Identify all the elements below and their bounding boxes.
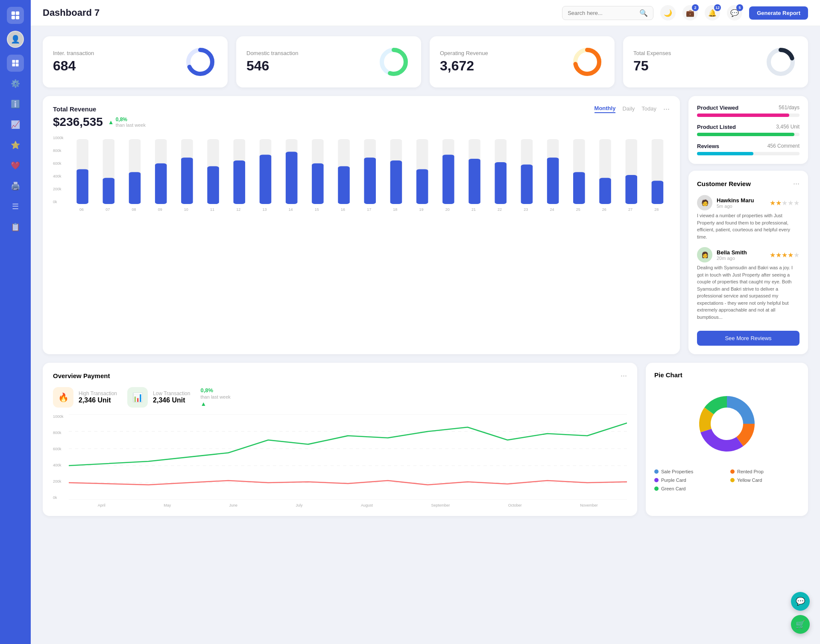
notification-button[interactable]: 🔔 12 <box>705 5 720 20</box>
metric-value-viewed: 561/days <box>779 105 800 111</box>
review-stars-0: ★★★★★ <box>770 199 800 207</box>
stat-value-revenue: 3,672 <box>440 58 488 74</box>
line-chart-svg <box>69 414 627 500</box>
support-float-button[interactable]: 💬 <box>791 592 810 611</box>
sidebar-item-settings[interactable]: ⚙️ <box>7 75 24 92</box>
stat-label-inter: Inter. transaction <box>53 50 94 56</box>
header-controls: 🔍 🌙 💼 2 🔔 12 💬 5 Generate Report <box>562 5 808 20</box>
metric-name-listed: Product Listed <box>697 124 736 130</box>
stat-card-domestic: Domestic transaction 546 <box>236 36 421 87</box>
stat-info-domestic: Domestic transaction 546 <box>246 50 298 74</box>
svg-rect-0 <box>12 12 15 15</box>
review-user-0: 🧑 Hawkins Maru 5m ago ★★★★★ <box>697 195 800 210</box>
sidebar: 👤 ⚙️ ℹ️ 📈 ⭐ ❤️ 🖨️ ☰ 📋 <box>0 0 31 644</box>
svg-rect-35 <box>312 163 324 204</box>
svg-rect-3 <box>16 16 19 19</box>
review-time-0: 5m ago <box>717 204 754 209</box>
payment-more-button[interactable]: ··· <box>621 371 627 380</box>
sidebar-item-analytics[interactable]: 📈 <box>7 116 24 133</box>
line-x-labels: AprilMayJuneJulyAugustSeptemberOctoberNo… <box>69 503 627 507</box>
svg-rect-43 <box>416 169 428 204</box>
stat-label-expenses: Total Expenses <box>633 50 671 56</box>
high-transaction-icon: 🔥 <box>53 387 73 408</box>
header: Dashboard 7 🔍 🌙 💼 2 🔔 12 💬 5 Generate Re… <box>31 0 820 26</box>
sidebar-item-favorites[interactable]: ⭐ <box>7 137 24 154</box>
metric-bar-listed <box>697 133 800 136</box>
svg-rect-19 <box>102 178 114 204</box>
sidebar-item-print[interactable]: 🖨️ <box>7 178 24 195</box>
see-more-reviews-button[interactable]: See More Reviews <box>697 331 800 346</box>
svg-rect-61 <box>651 181 663 204</box>
payment-up-arrow: ▲ <box>200 400 206 407</box>
sidebar-item-dashboard[interactable] <box>7 55 24 72</box>
svg-rect-25 <box>181 157 193 204</box>
tab-monthly[interactable]: Monthly <box>594 105 616 113</box>
sidebar-item-list[interactable]: 📋 <box>7 219 24 236</box>
svg-rect-23 <box>155 163 167 204</box>
sidebar-item-likes[interactable]: ❤️ <box>7 157 24 174</box>
metric-value-listed: 3,456 Unit <box>776 124 800 130</box>
metric-bar-fill-listed <box>697 133 794 136</box>
sidebar-item-menu[interactable]: ☰ <box>7 198 24 215</box>
review-avatar-0: 🧑 <box>697 195 712 210</box>
svg-rect-37 <box>338 166 350 204</box>
pie-title: Pie Chart <box>654 371 800 379</box>
stat-value-inter: 684 <box>53 58 94 74</box>
search-input[interactable] <box>568 10 636 16</box>
main-row: Total Revenue Monthly Daily Today ··· $2… <box>43 96 808 354</box>
tab-today[interactable]: Today <box>641 105 656 113</box>
svg-rect-6 <box>12 64 15 67</box>
chat-badge: 5 <box>736 4 743 11</box>
theme-toggle-button[interactable]: 🌙 <box>660 5 676 20</box>
chart-card-header: Total Revenue Monthly Daily Today ··· <box>53 105 670 114</box>
svg-rect-55 <box>573 172 585 204</box>
revenue-title: Total Revenue <box>53 105 96 113</box>
svg-rect-41 <box>390 160 402 204</box>
tab-daily[interactable]: Daily <box>622 105 635 113</box>
svg-rect-33 <box>285 152 297 204</box>
cart-float-button[interactable]: 🛒 <box>791 615 810 634</box>
review-avatar-1: 👩 <box>697 247 712 262</box>
tab-area: Monthly Daily Today ··· <box>594 105 670 114</box>
reviews-title: Customer Review <box>697 180 751 187</box>
review-text-1: Dealing with Syamsudin and Bakri was a j… <box>697 264 800 321</box>
payment-change-pct: 0,8% <box>200 387 213 393</box>
pie-chart-card: Pie Chart Sale PropertiesRented PropPurp… <box>646 363 808 516</box>
stat-label-domestic: Domestic transaction <box>246 50 298 56</box>
line-chart-container: AprilMayJuneJulyAugustSeptemberOctoberNo… <box>69 414 627 507</box>
high-transaction-label: High Transaction <box>79 390 117 396</box>
content-area: Inter. transaction 684 Domestic transact… <box>31 26 820 644</box>
chat-button[interactable]: 💬 5 <box>727 5 742 20</box>
payment-stat-low: 📊 Low Transaction 2,346 Unit <box>127 387 190 408</box>
svg-rect-53 <box>547 157 559 204</box>
sidebar-item-info[interactable]: ℹ️ <box>7 96 24 113</box>
review-name-0: Hawkins Maru <box>717 197 754 204</box>
reviews-more-button[interactable]: ··· <box>793 179 800 188</box>
stat-info-expenses: Total Expenses 75 <box>633 50 671 74</box>
pie-legend: Sale PropertiesRented PropPurple CardYel… <box>654 469 800 491</box>
generate-report-button[interactable]: Generate Report <box>749 6 808 20</box>
logo <box>7 7 24 24</box>
svg-rect-49 <box>495 162 507 204</box>
stat-value-domestic: 546 <box>246 58 298 74</box>
user-avatar[interactable]: 👤 <box>7 31 24 48</box>
legend-item: Yellow Card <box>730 478 800 483</box>
svg-rect-17 <box>76 169 88 204</box>
notification-badge: 12 <box>714 4 721 11</box>
search-box[interactable]: 🔍 <box>562 6 653 20</box>
payment-change: 0,8% than last week ▲ <box>200 387 230 408</box>
floating-buttons: 💬 🛒 <box>791 592 810 634</box>
wallet-button[interactable]: 💼 2 <box>682 5 698 20</box>
donut-domestic <box>377 45 411 79</box>
payment-header: Overview Payment ··· <box>53 371 627 380</box>
stats-row: Inter. transaction 684 Domestic transact… <box>43 36 808 87</box>
svg-rect-7 <box>16 64 19 67</box>
more-options-button[interactable]: ··· <box>663 105 670 114</box>
payment-stats: 🔥 High Transaction 2,346 Unit 📊 Low Tran… <box>53 387 627 408</box>
low-transaction-icon: 📊 <box>127 387 148 408</box>
metric-reviews: Reviews 456 Comment <box>697 143 800 155</box>
metric-bar-reviews <box>697 152 800 155</box>
svg-rect-2 <box>12 16 15 19</box>
revenue-chart-card: Total Revenue Monthly Daily Today ··· $2… <box>43 96 680 354</box>
metric-bar-viewed <box>697 114 800 117</box>
